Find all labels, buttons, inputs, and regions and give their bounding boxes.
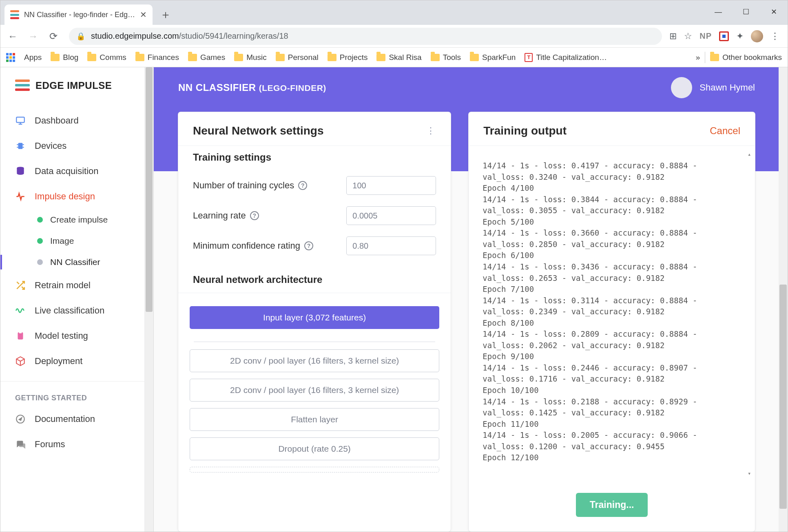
bookmark-comms[interactable]: Comms bbox=[87, 53, 126, 62]
bookmarks-bar: Apps Blog Comms Finances Games Music Per… bbox=[0, 48, 788, 67]
close-tab-icon[interactable]: ✕ bbox=[140, 10, 147, 20]
sidebar-item-impulse-design[interactable]: Impulse design bbox=[0, 184, 144, 209]
sidebar-item-label: Create impulse bbox=[50, 215, 108, 225]
address-bar[interactable]: 🔒 studio.edgeimpulse.com/studio/5941/lea… bbox=[69, 28, 662, 45]
svg-rect-8 bbox=[19, 331, 22, 333]
scroll-up-icon[interactable]: ▴ bbox=[748, 150, 751, 158]
sidebar-item-label: Data acquisition bbox=[35, 166, 99, 177]
row-training-cycles: Number of training cycles? bbox=[178, 170, 451, 201]
bookmark-sparkfun[interactable]: SparkFun bbox=[470, 53, 516, 62]
close-window-button[interactable]: ✕ bbox=[760, 0, 788, 23]
status-dot-icon bbox=[37, 238, 43, 244]
sidebar-item-model-testing[interactable]: Model testing bbox=[0, 323, 144, 349]
sidebar-sub-create-impulse[interactable]: Create impulse bbox=[0, 209, 144, 230]
bookmark-personal[interactable]: Personal bbox=[276, 53, 319, 62]
brand[interactable]: EDGE IMPULSE bbox=[0, 79, 144, 108]
svg-rect-7 bbox=[18, 332, 23, 339]
help-icon[interactable]: ? bbox=[298, 181, 307, 190]
bookmark-tools[interactable]: Tools bbox=[431, 53, 461, 62]
forward-button[interactable]: → bbox=[25, 31, 41, 42]
browser-toolbar: ← → ⟳ 🔒 studio.edgeimpulse.com/studio/59… bbox=[0, 25, 788, 48]
extension-np-icon[interactable]: NP bbox=[699, 31, 712, 41]
sidebar-item-label: Image bbox=[50, 236, 74, 246]
training-button[interactable]: Training... bbox=[576, 493, 648, 517]
bookmark-blog[interactable]: Blog bbox=[51, 53, 78, 62]
menu-icon[interactable]: ⋮ bbox=[770, 31, 779, 42]
sidebar-sub-image[interactable]: Image bbox=[0, 230, 144, 252]
help-icon[interactable]: ? bbox=[304, 241, 313, 250]
training-cycles-input[interactable] bbox=[346, 176, 436, 195]
sidebar-item-retrain[interactable]: Retrain model bbox=[0, 273, 144, 298]
sidebar-item-documentation[interactable]: Documentation bbox=[0, 406, 144, 432]
min-confidence-input[interactable] bbox=[346, 236, 436, 255]
sidebar-item-label: Impulse design bbox=[35, 191, 95, 202]
training-log[interactable]: 14/14 - 1s - loss: 0.4197 - accuracy: 0.… bbox=[469, 146, 755, 481]
new-tab-button[interactable]: ＋ bbox=[157, 7, 174, 23]
layer-conv-1[interactable]: 2D conv / pool layer (16 filters, 3 kern… bbox=[190, 349, 439, 372]
scroll-down-icon[interactable]: ▾ bbox=[748, 469, 751, 477]
field-label: Learning rate bbox=[193, 210, 246, 221]
sidebar-item-data-acquisition[interactable]: Data acquisition bbox=[0, 159, 144, 184]
sidebar-item-forums[interactable]: Forums bbox=[0, 432, 144, 457]
monitor-icon bbox=[15, 115, 26, 126]
bookmark-projects[interactable]: Projects bbox=[328, 53, 368, 62]
reload-button[interactable]: ⟳ bbox=[45, 31, 62, 42]
layer-input[interactable]: Input layer (3,072 features) bbox=[190, 306, 439, 329]
help-icon[interactable]: ? bbox=[250, 211, 259, 220]
row-min-confidence: Minimum confidence rating? bbox=[178, 231, 451, 261]
layer-conv-2[interactable]: 2D conv / pool layer (16 filters, 3 kern… bbox=[190, 379, 439, 402]
main-scrollbar[interactable] bbox=[779, 67, 788, 532]
sidebar-item-live-classification[interactable]: Live classification bbox=[0, 298, 144, 323]
folder-icon bbox=[470, 54, 479, 61]
bookmark-skalrisa[interactable]: Skal Risa bbox=[376, 53, 421, 62]
toolbar-icons: ⊞ ☆ NP ✦ ⋮ bbox=[669, 30, 784, 42]
extensions-icon[interactable]: ✦ bbox=[736, 31, 744, 42]
sidebar-item-devices[interactable]: Devices bbox=[0, 133, 144, 159]
database-icon bbox=[15, 166, 26, 177]
bookmarks-overflow[interactable]: » bbox=[696, 53, 700, 62]
bookmark-music[interactable]: Music bbox=[234, 53, 267, 62]
wave-icon bbox=[15, 305, 26, 316]
layer-flatten[interactable]: Flatten layer bbox=[190, 408, 439, 431]
sidebar-sub-nn-classifier[interactable]: NN Classifier bbox=[0, 252, 144, 273]
bookmark-star-icon[interactable]: ☆ bbox=[684, 31, 692, 42]
sidebar-item-deployment[interactable]: Deployment bbox=[0, 349, 144, 374]
other-bookmarks[interactable]: Other bookmarks bbox=[710, 53, 782, 62]
bookmark-titlecap[interactable]: TTitle Capitalization… bbox=[525, 53, 607, 62]
back-button[interactable]: ← bbox=[4, 31, 21, 42]
folder-icon bbox=[710, 54, 719, 61]
sidebar-item-dashboard[interactable]: Dashboard bbox=[0, 108, 144, 133]
log-scrollbar[interactable]: ▴ ▾ bbox=[746, 150, 755, 477]
cancel-button[interactable]: Cancel bbox=[710, 125, 740, 137]
bookmark-games[interactable]: Games bbox=[188, 53, 225, 62]
card-title: Training output bbox=[483, 124, 567, 137]
browser-tab[interactable]: NN Classifier - lego-finder - Edg… ✕ bbox=[4, 4, 153, 25]
card-menu-icon[interactable]: ⋮ bbox=[426, 126, 436, 136]
user-menu[interactable]: Shawn Hymel bbox=[671, 77, 755, 98]
layer-dropout[interactable]: Dropout (rate 0.25) bbox=[190, 437, 439, 460]
profile-avatar-icon[interactable] bbox=[751, 30, 763, 42]
sidebar-item-label: NN Classifier bbox=[50, 257, 100, 267]
log-text: 14/14 - 1s - loss: 0.4197 - accuracy: 0.… bbox=[483, 160, 741, 464]
field-label: Number of training cycles bbox=[193, 180, 294, 191]
layer-add-placeholder[interactable] bbox=[190, 467, 439, 472]
folder-icon bbox=[234, 54, 243, 61]
cube-icon bbox=[15, 356, 26, 366]
minimize-button[interactable]: — bbox=[704, 0, 732, 23]
brand-text: EDGE IMPULSE bbox=[35, 80, 112, 91]
bookmark-finances[interactable]: Finances bbox=[135, 53, 179, 62]
svg-rect-4 bbox=[22, 144, 24, 145]
install-app-icon[interactable]: ⊞ bbox=[669, 31, 677, 42]
folder-icon bbox=[376, 54, 385, 61]
learning-rate-input[interactable] bbox=[346, 206, 436, 225]
sidebar-item-label: Forums bbox=[35, 439, 65, 450]
apps-label[interactable]: Apps bbox=[24, 53, 42, 62]
extension-lastpass-icon[interactable] bbox=[719, 31, 729, 41]
cards-row: Neural Network settings ⋮ Training setti… bbox=[178, 112, 755, 532]
svg-rect-2 bbox=[17, 144, 18, 145]
pulse-icon bbox=[15, 191, 26, 202]
nn-settings-card: Neural Network settings ⋮ Training setti… bbox=[178, 112, 451, 532]
sidebar-scrollbar[interactable] bbox=[145, 67, 154, 532]
apps-icon[interactable] bbox=[6, 53, 15, 62]
maximize-button[interactable]: ☐ bbox=[732, 0, 760, 23]
